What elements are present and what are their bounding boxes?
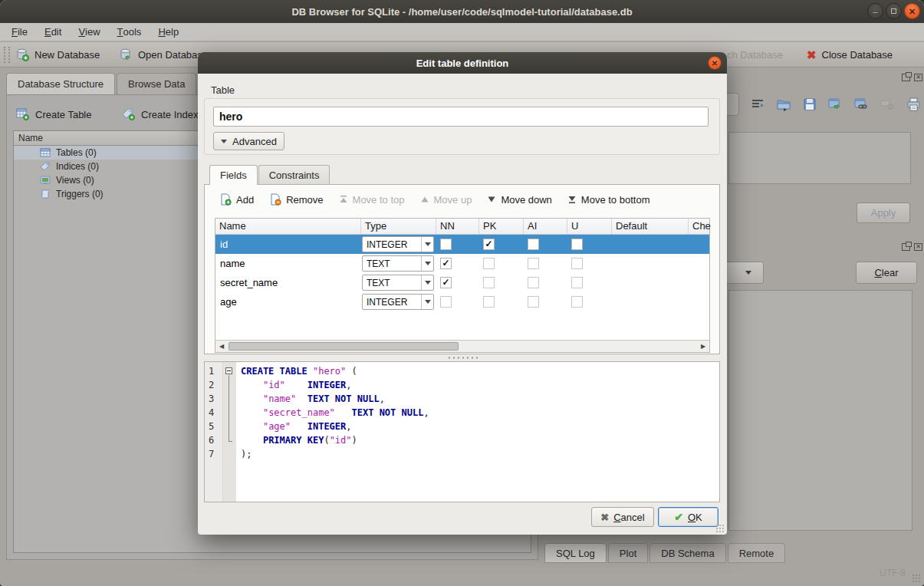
scroll-left-arrow-icon[interactable]: ◀ [215, 341, 228, 352]
create-index-button[interactable]: Create Index [122, 104, 198, 124]
chevron-down-icon[interactable] [421, 275, 433, 290]
u-checkbox[interactable] [571, 258, 583, 269]
move-to-bottom-button[interactable]: Move to bottom [567, 194, 650, 206]
u-checkbox[interactable] [571, 239, 583, 250]
scroll-right-arrow-icon[interactable]: ▶ [697, 341, 709, 352]
field-default-cell[interactable] [612, 254, 689, 273]
tab-fields[interactable]: Fields [209, 165, 258, 185]
field-default-cell[interactable] [612, 273, 689, 292]
nn-checkbox[interactable]: ✓ [440, 277, 452, 288]
link-icon[interactable] [853, 96, 870, 113]
field-row-secret_name[interactable]: secret_nameTEXT✓ [215, 273, 709, 292]
dialog-size-grip[interactable] [715, 524, 724, 532]
field-name-cell[interactable]: name [215, 254, 361, 273]
column-header-type[interactable]: Type [361, 219, 436, 234]
type-combobox[interactable]: INTEGER [362, 294, 434, 310]
close-button[interactable]: ✕ [904, 3, 920, 19]
chevron-down-icon[interactable] [421, 256, 433, 271]
cancel-button[interactable]: ✖ Cancel [591, 507, 654, 527]
maximize-button[interactable] [886, 3, 902, 19]
nn-checkbox[interactable] [440, 239, 452, 250]
fold-collapse-icon[interactable] [225, 367, 232, 374]
field-default-cell[interactable] [612, 235, 689, 254]
pk-checkbox[interactable] [483, 296, 495, 308]
field-check-cell[interactable] [689, 254, 711, 273]
table-name-input[interactable]: hero [213, 107, 709, 127]
word-wrap-icon[interactable] [749, 96, 765, 113]
tab-constraints[interactable]: Constraints [258, 165, 330, 184]
dock-close-icon[interactable]: ✕ [914, 243, 922, 251]
column-header-pk[interactable]: PK [479, 219, 524, 234]
scrollbar-track[interactable] [228, 341, 697, 352]
type-combobox[interactable]: TEXT [362, 275, 434, 291]
encoding-indicator[interactable]: UTF-8 [880, 568, 906, 578]
chevron-down-icon[interactable] [421, 295, 433, 309]
save-icon[interactable] [801, 96, 817, 113]
chevron-down-icon[interactable] [421, 237, 433, 252]
tab-browse-data[interactable]: Browse Data [117, 73, 196, 94]
tab-sql-log[interactable]: SQL Log [544, 543, 607, 563]
field-name-cell[interactable]: age [215, 292, 361, 311]
toolbar-drag-handle[interactable] [4, 47, 10, 63]
export-icon[interactable] [827, 96, 843, 113]
column-header-u[interactable]: U [567, 219, 612, 234]
menu-view[interactable]: View [70, 23, 108, 41]
pk-checkbox[interactable] [483, 277, 495, 288]
field-check-cell[interactable] [689, 235, 711, 254]
column-header-default[interactable]: Default [612, 219, 689, 234]
import-icon[interactable] [775, 96, 791, 113]
move-down-button[interactable]: Move down [487, 194, 551, 206]
unlink-icon[interactable] [880, 96, 896, 113]
type-combobox[interactable]: INTEGER [362, 236, 434, 252]
pk-checkbox[interactable] [483, 258, 495, 269]
column-header-name[interactable]: Name [215, 219, 361, 234]
field-check-cell[interactable] [689, 273, 711, 292]
nn-checkbox[interactable] [440, 296, 452, 308]
move-up-button[interactable]: Move up [420, 194, 472, 206]
tab-db-schema[interactable]: DB Schema [649, 543, 725, 563]
scrollbar-handle[interactable] [229, 342, 459, 351]
print-icon[interactable] [906, 96, 922, 113]
sql-log-area[interactable] [728, 290, 912, 531]
type-combobox[interactable]: TEXT [362, 255, 434, 272]
dock-float-icon[interactable] [902, 243, 910, 251]
column-header-check[interactable]: Check [689, 219, 711, 234]
ok-button[interactable]: ✔ OK [658, 507, 718, 527]
ai-checkbox[interactable] [528, 277, 539, 288]
close-database-button[interactable]: ✖ Close Database [807, 44, 893, 65]
fields-horizontal-scrollbar[interactable]: ◀ ▶ [215, 340, 709, 352]
menu-help[interactable]: Help [150, 23, 187, 41]
apply-button[interactable]: Apply [857, 202, 910, 223]
field-row-age[interactable]: ageINTEGER [215, 292, 709, 311]
clear-button[interactable]: Clear [856, 262, 917, 284]
new-database-button[interactable]: New Database [15, 44, 100, 65]
field-name-cell[interactable]: id [215, 235, 361, 254]
u-checkbox[interactable] [571, 296, 583, 308]
menu-edit[interactable]: Edit [36, 23, 70, 41]
column-header-nn[interactable]: NN [436, 219, 479, 234]
splitter-handle[interactable] [447, 357, 478, 359]
attach-database-button[interactable]: ch Database [727, 44, 783, 65]
field-default-cell[interactable] [612, 292, 689, 311]
ai-checkbox[interactable] [528, 296, 539, 308]
menu-tools[interactable]: Tools [109, 23, 150, 41]
column-header-ai[interactable]: AI [524, 219, 567, 234]
fold-marker[interactable] [223, 364, 236, 378]
field-name-cell[interactable]: secret_name [215, 273, 361, 292]
add-field-button[interactable]: Add [219, 193, 254, 206]
menu-file[interactable]: File [3, 23, 36, 41]
create-table-button[interactable]: Create Table [16, 104, 91, 124]
dialog-close-button[interactable]: ✕ [708, 56, 722, 70]
ai-checkbox[interactable] [528, 258, 539, 269]
minimize-button[interactable]: – [867, 3, 883, 19]
pk-checkbox[interactable]: ✓ [483, 239, 495, 250]
tab-database-structure[interactable]: Database Structure [6, 73, 115, 94]
cell-editor-area[interactable] [728, 132, 911, 184]
dock-close-icon[interactable]: ✕ [914, 74, 922, 81]
field-row-name[interactable]: nameTEXT✓ [215, 254, 709, 273]
remove-field-button[interactable]: Remove [269, 193, 323, 206]
nn-checkbox[interactable]: ✓ [440, 258, 452, 269]
advanced-button[interactable]: Advanced [213, 132, 284, 150]
field-check-cell[interactable] [689, 292, 711, 311]
tab-remote[interactable]: Remote [728, 543, 786, 563]
